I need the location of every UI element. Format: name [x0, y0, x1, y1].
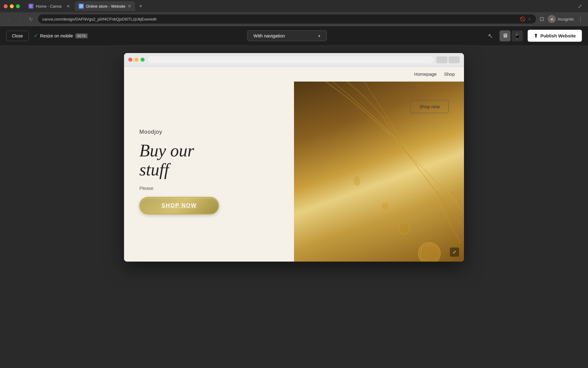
eye-off-icon[interactable]: 🚫	[520, 17, 525, 21]
url-bar-icons: 🚫 ☆	[520, 17, 532, 21]
preview-shop-now-button[interactable]: Shop now	[410, 100, 449, 113]
nav-dropdown-label: With navigation	[254, 33, 285, 38]
address-bar: ‹ › ↻ canva.com/design/DAFNVgs2_p0/f4CFn…	[0, 12, 588, 26]
desktop-view-button[interactable]: 🖥	[499, 30, 511, 41]
tab-close-online-store[interactable]: ✕	[128, 4, 131, 9]
tab-online-store-label: Online store - Website	[86, 4, 125, 9]
nav-refresh-button[interactable]: ↻	[27, 15, 34, 23]
chevron-down-icon: ▾	[318, 33, 320, 38]
browser-more-button[interactable]: ⤢	[578, 3, 582, 9]
new-tab-button[interactable]: +	[136, 2, 145, 10]
url-bar[interactable]: canva.com/design/DAFNVgs2_p0/f4CFnbQjxDi…	[38, 14, 536, 24]
tab-bar: C Home - Canva ✕ O Online store - Websit…	[0, 0, 588, 12]
sim-nav-btn-2	[449, 56, 460, 63]
view-toggle: 🖥 📱	[499, 30, 523, 41]
publish-icon: ⬆	[534, 33, 538, 39]
shop-now-button[interactable]: SHOP NOW	[139, 197, 219, 214]
canva-toolbar: Close ✓ Resize on mobile BETA With navig…	[0, 26, 588, 46]
sim-minimize-dot[interactable]	[134, 58, 138, 62]
sim-close-dot[interactable]	[128, 58, 132, 62]
incognito-label: Incognito	[558, 17, 574, 21]
svg-point-0	[418, 243, 440, 262]
brand-name: Moodjoy	[139, 129, 279, 135]
preview-area: Homepage Shop Moodjoy Buy ourstuff Pleas…	[0, 46, 588, 368]
sidebar-toggle-icon[interactable]: ⊡	[540, 16, 544, 22]
mobile-view-button[interactable]: 📱	[512, 30, 523, 41]
tab-online-store[interactable]: O Online store - Website ✕	[75, 1, 135, 11]
cursor-icon: ↖	[486, 32, 495, 40]
simulated-browser: Homepage Shop Moodjoy Buy ourstuff Pleas…	[124, 53, 464, 262]
site-right-panel: Shop now ⤢	[294, 82, 464, 262]
traffic-lights	[4, 4, 20, 8]
sim-url-bar	[148, 56, 433, 63]
headline-text: Buy ourstuff	[139, 141, 279, 179]
incognito-avatar: 🕵	[548, 15, 556, 23]
check-icon: ✓	[34, 33, 38, 39]
sim-traffic-lights	[128, 58, 145, 62]
site-main: Moodjoy Buy ourstuff Please SHOP NOW	[124, 82, 464, 262]
nav-forward-button[interactable]: ›	[16, 15, 23, 23]
browser-controls-right: ⤢	[578, 3, 584, 9]
tab-home-canva[interactable]: C Home - Canva ✕	[25, 1, 74, 11]
browser-menu-icon[interactable]: ⋮	[578, 16, 583, 22]
nav-back-button[interactable]: ‹	[5, 15, 12, 23]
nav-dropdown[interactable]: With navigation ▾	[247, 30, 327, 41]
beta-badge: BETA	[75, 33, 88, 38]
publish-label: Publish Website	[540, 33, 576, 38]
nav-homepage-link[interactable]: Homepage	[414, 71, 437, 77]
sim-browser-bar	[124, 53, 464, 67]
nav-shop-link[interactable]: Shop	[444, 71, 455, 77]
expand-icon[interactable]: ⤢	[450, 247, 459, 257]
resize-label: Resize on mobile	[40, 33, 73, 38]
svg-point-2	[382, 202, 389, 210]
site-navigation: Homepage Shop	[124, 67, 464, 82]
tab-close-home[interactable]: ✕	[66, 4, 70, 9]
maximize-window-button[interactable]	[16, 4, 20, 8]
close-button[interactable]: Close	[6, 31, 29, 41]
resize-mobile-badge: ✓ Resize on mobile BETA	[34, 33, 88, 39]
close-window-button[interactable]	[4, 4, 8, 8]
url-text: canva.com/design/DAFNVgs2_p0/f4CFnbQjxDi…	[42, 17, 156, 21]
svg-point-3	[398, 223, 410, 234]
sim-maximize-dot[interactable]	[141, 58, 145, 62]
website-content: Homepage Shop Moodjoy Buy ourstuff Pleas…	[124, 67, 464, 262]
website-favicon: O	[79, 4, 84, 9]
publish-website-button[interactable]: ⬆ Publish Website	[528, 30, 582, 42]
tagline-text: Please	[139, 186, 279, 191]
bookmark-icon[interactable]: ☆	[528, 17, 532, 21]
sim-nav-buttons	[436, 56, 460, 63]
incognito-button[interactable]: 🕵 Incognito	[548, 15, 574, 23]
site-left-panel: Moodjoy Buy ourstuff Please SHOP NOW	[124, 82, 294, 262]
svg-point-4	[354, 176, 360, 186]
minimize-window-button[interactable]	[10, 4, 14, 8]
canva-favicon: C	[28, 4, 33, 9]
sim-nav-btn-1	[436, 56, 447, 63]
tab-home-canva-label: Home - Canva	[36, 4, 62, 9]
browser-chrome: C Home - Canva ✕ O Online store - Websit…	[0, 0, 588, 26]
address-bar-right: ⊡ 🕵 Incognito ⋮	[540, 15, 583, 23]
